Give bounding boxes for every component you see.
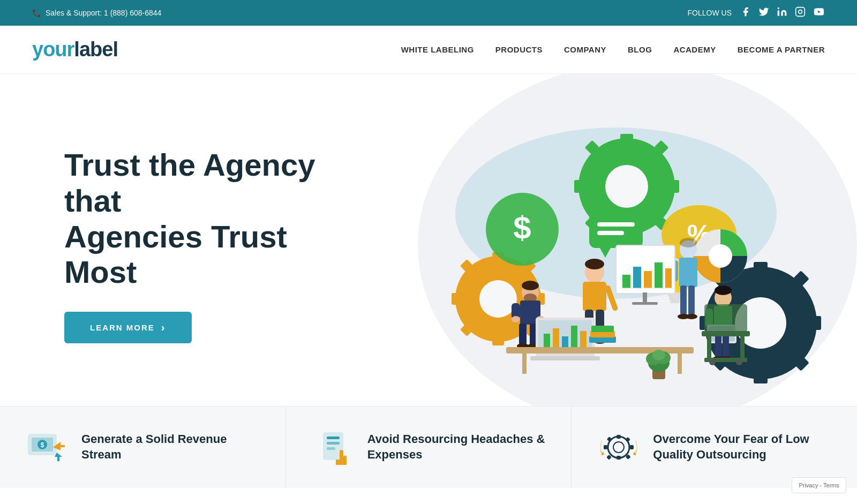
svg-point-58 — [585, 259, 604, 269]
card-outsourcing: Overcome Your Fear of Low Quality Outsou… — [572, 407, 857, 488]
svg-text:$: $ — [513, 210, 531, 246]
svg-rect-141 — [630, 445, 634, 449]
youtube-icon[interactable] — [813, 6, 825, 20]
svg-point-44 — [709, 244, 732, 268]
svg-rect-27 — [754, 262, 768, 274]
hero-svg: $ % — [407, 106, 825, 385]
support-info: 📞 Sales & Support: 1 (888) 608-6844 — [32, 9, 161, 17]
privacy-badge[interactable]: Privacy - Terms — [792, 477, 846, 493]
logo-text: yourlabel — [32, 38, 118, 61]
card-revenue-text: Generate a Solid Revenue Stream — [81, 432, 260, 462]
svg-rect-138 — [617, 435, 621, 439]
svg-rect-30 — [809, 316, 821, 330]
learn-more-button[interactable]: LEARN MORE › — [64, 312, 192, 343]
svg-rect-83 — [678, 352, 682, 374]
nav-item-white-labeling[interactable]: WHITE LABELING — [401, 45, 474, 55]
svg-point-109 — [736, 359, 742, 365]
svg-rect-82 — [522, 352, 527, 374]
nav-item-blog[interactable]: BLOG — [628, 45, 652, 55]
svg-rect-75 — [544, 334, 550, 347]
svg-point-0 — [778, 7, 779, 9]
svg-point-85 — [680, 238, 697, 247]
svg-rect-80 — [530, 356, 600, 360]
facebook-icon[interactable] — [740, 6, 751, 20]
hero-illustration: $ % — [343, 106, 825, 385]
follow-label: FOLLOW US — [688, 9, 732, 17]
bottom-cards: $ Generate a Solid Revenue Stream Avoid … — [0, 406, 857, 488]
svg-rect-127 — [591, 326, 614, 332]
instagram-icon[interactable] — [795, 6, 806, 20]
svg-rect-118 — [633, 267, 641, 288]
svg-point-64 — [524, 294, 537, 302]
svg-rect-124 — [632, 302, 658, 305]
hero-title: Trust the Agency that Agencies Trust Mos… — [64, 147, 343, 290]
linkedin-icon[interactable] — [777, 6, 787, 20]
nav-item-become-partner[interactable]: BECOME A PARTNER — [738, 45, 825, 55]
svg-rect-47 — [669, 297, 681, 300]
svg-rect-77 — [562, 336, 568, 347]
svg-rect-133 — [327, 437, 340, 439]
card-outsourcing-text: Overcome Your Fear of Low Quality Outsou… — [653, 432, 831, 462]
svg-rect-28 — [754, 372, 768, 383]
nav-link-become-partner[interactable]: BECOME A PARTNER — [738, 45, 825, 54]
svg-point-115 — [652, 350, 665, 360]
svg-rect-40 — [597, 231, 624, 235]
svg-rect-53 — [583, 282, 606, 311]
card-revenue: $ Generate a Solid Revenue Stream — [0, 407, 286, 488]
twitter-icon[interactable] — [758, 6, 769, 20]
svg-rect-142 — [607, 437, 612, 442]
nav-link-academy[interactable]: ACADEMY — [673, 45, 716, 54]
svg-rect-117 — [622, 275, 630, 288]
svg-rect-69 — [519, 324, 527, 345]
nav-item-products[interactable]: PRODUCTS — [495, 45, 543, 55]
outsourcing-icon — [597, 426, 640, 469]
cta-label: LEARN MORE — [90, 323, 155, 332]
card-resourcing-text: Avoid Resourcing Headaches & Expenses — [367, 432, 546, 462]
svg-rect-140 — [604, 445, 607, 449]
svg-point-62 — [522, 281, 539, 290]
hero-content: Trust the Agency that Agencies Trust Mos… — [64, 147, 343, 343]
cta-arrow-icon: › — [161, 321, 166, 334]
svg-rect-123 — [643, 292, 647, 303]
svg-rect-48 — [670, 300, 680, 303]
svg-rect-119 — [644, 271, 652, 288]
svg-point-137 — [613, 442, 624, 453]
nav-link-products[interactable]: PRODUCTS — [495, 45, 543, 54]
svg-rect-76 — [553, 328, 559, 347]
svg-rect-110 — [704, 304, 747, 332]
support-text: Sales & Support: 1 (888) 608-6844 — [46, 9, 161, 17]
svg-rect-18 — [492, 336, 504, 345]
svg-point-92 — [686, 314, 697, 319]
svg-rect-9 — [574, 180, 585, 193]
phone-icon: 📞 — [32, 9, 41, 17]
nav-link-company[interactable]: COMPANY — [564, 45, 606, 54]
svg-rect-120 — [655, 262, 663, 288]
svg-rect-19 — [452, 293, 461, 305]
svg-rect-90 — [688, 285, 695, 315]
top-bar: 📞 Sales & Support: 1 (888) 608-6844 FOLL… — [0, 0, 857, 26]
logo[interactable]: yourlabel — [32, 38, 118, 61]
svg-point-67 — [512, 316, 520, 322]
svg-rect-105 — [707, 336, 711, 360]
nav-links: WHITE LABELING PRODUCTS COMPANY BLOG ACA… — [401, 45, 825, 55]
svg-point-94 — [715, 285, 732, 295]
nav-item-academy[interactable]: ACADEMY — [673, 45, 716, 55]
svg-point-108 — [709, 359, 716, 365]
svg-rect-134 — [327, 442, 340, 445]
svg-rect-121 — [665, 268, 672, 288]
svg-rect-78 — [571, 326, 577, 347]
svg-rect-139 — [617, 456, 621, 460]
svg-rect-7 — [620, 134, 633, 145]
svg-rect-10 — [668, 180, 679, 193]
resourcing-icon — [312, 426, 355, 469]
nav-link-blog[interactable]: BLOG — [628, 45, 652, 54]
svg-rect-37 — [589, 210, 643, 248]
nav-link-white-labeling[interactable]: WHITE LABELING — [401, 45, 474, 54]
revenue-icon: $ — [26, 426, 69, 469]
svg-rect-89 — [680, 285, 687, 315]
nav-item-company[interactable]: COMPANY — [564, 45, 606, 55]
svg-rect-88 — [689, 260, 697, 282]
svg-text:$: $ — [40, 441, 44, 449]
svg-rect-135 — [327, 447, 335, 450]
card-resourcing: Avoid Resourcing Headaches & Expenses — [286, 407, 572, 488]
